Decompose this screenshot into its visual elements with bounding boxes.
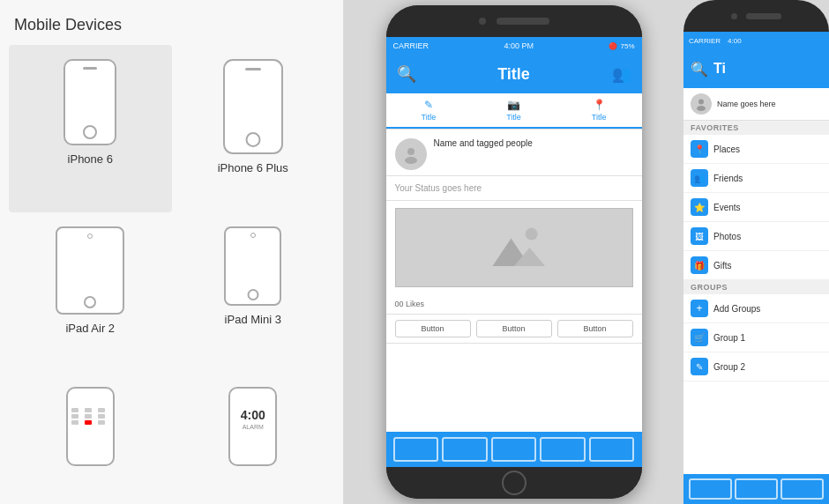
right-header-title: Ti: [713, 61, 822, 77]
device-phone-small1[interactable]: [9, 373, 172, 504]
avatar-svg: [401, 145, 421, 164]
ipadair2-shape: [56, 226, 124, 315]
time-text: 4:00 PM: [504, 41, 534, 50]
phone-top-bezel: [386, 5, 642, 37]
phone-speaker: [497, 18, 549, 25]
app-header: 🔍 Title 👥: [386, 55, 642, 93]
action-buttons-row: Button Button Button: [386, 315, 642, 344]
phone-screen: CARRIER 4:00 PM 🔴 75% 🔍 Title 👥 ✎ Title: [386, 37, 642, 467]
events-icon: ⭐: [691, 198, 708, 216]
tab-edit-icon: ✎: [424, 99, 433, 111]
right-screen: CARRIER 4:00 🔍 Ti Name goes here FAVORIT…: [683, 32, 829, 504]
panel-title: Mobile Devices: [0, 0, 343, 45]
post-area: Name and tagged people: [386, 130, 642, 176]
action-btn-0[interactable]: Button: [395, 320, 471, 337]
photos-label: Photos: [713, 232, 741, 241]
right-bottom-icon-1[interactable]: [735, 478, 778, 500]
right-user-name: Name goes here: [717, 100, 776, 108]
bluetooth-icon: 🔴: [609, 42, 617, 50]
device-label-ipadair2: iPad Air 2: [65, 322, 115, 335]
bottom-icon-4[interactable]: [589, 437, 635, 462]
status-bar: CARRIER 4:00 PM 🔴 75%: [386, 37, 642, 55]
tab-1-label: Title: [506, 113, 521, 122]
ipadmini3-shape: [224, 226, 281, 306]
device-label-iphone6: iPhone 6: [68, 152, 113, 166]
bottom-icon-2[interactable]: [491, 437, 537, 462]
menu-places[interactable]: 📍 Places: [683, 135, 829, 164]
phone-small1-shape: [66, 387, 115, 466]
bottom-icon-3[interactable]: [540, 437, 586, 462]
right-bottom-icon-2[interactable]: [780, 478, 824, 500]
right-bottom-icon-0[interactable]: [689, 478, 732, 500]
middle-area: CARRIER 4:00 PM 🔴 75% 🔍 Title 👥 ✎ Title: [344, 0, 683, 504]
right-carrier-text: CARRIER: [689, 37, 721, 45]
likes-text: 00 Likes: [395, 300, 425, 308]
center-phone-device: CARRIER 4:00 PM 🔴 75% 🔍 Title 👥 ✎ Title: [386, 5, 642, 499]
action-btn-2[interactable]: Button: [557, 320, 633, 337]
device-ipadmini3[interactable]: iPad Mini 3: [172, 212, 335, 373]
status-field[interactable]: Your Status goes here: [386, 176, 642, 201]
iphone6-shape: [63, 59, 116, 145]
gifts-icon: 🎁: [691, 256, 708, 274]
right-camera-dot: [731, 13, 737, 19]
menu-events[interactable]: ⭐ Events: [683, 193, 829, 222]
bottom-icon-0[interactable]: [393, 437, 439, 462]
right-status-bar: CARRIER 4:00: [683, 32, 829, 49]
menu-friends[interactable]: 👥 Friends: [683, 164, 829, 193]
image-placeholder: [395, 208, 633, 287]
friends-label: Friends: [713, 174, 743, 183]
device-label-ipadmini3: iPad Mini 3: [225, 313, 281, 326]
phone-bottom-bezel: [386, 467, 642, 499]
menu-gifts[interactable]: 🎁 Gifts: [683, 251, 829, 280]
menu-add-groups[interactable]: + Add Groups: [683, 294, 829, 323]
mountain-svg: [483, 221, 545, 274]
phone-small2-shape: 4:00 ALARM: [228, 387, 277, 466]
svg-point-1: [405, 157, 417, 164]
bottom-icon-1[interactable]: [442, 437, 488, 462]
home-button[interactable]: [502, 471, 527, 495]
tab-1[interactable]: 📷 Title: [471, 93, 556, 129]
tab-0-label: Title: [422, 113, 437, 122]
device-label-iphone6plus: iPhone 6 Plus: [218, 161, 288, 174]
right-time-text: 4:00: [728, 37, 742, 45]
devices-grid: iPhone 6 iPhone 6 Plus iPad Air 2 iPad M…: [0, 45, 343, 504]
phone-front-camera: [479, 18, 486, 25]
add-groups-icon: +: [691, 300, 708, 317]
action-btn-1[interactable]: Button: [476, 320, 552, 337]
device-ipadair2[interactable]: iPad Air 2: [9, 212, 172, 373]
menu-group2[interactable]: ✎ Group 2: [683, 352, 829, 382]
group2-label: Group 2: [713, 362, 745, 372]
gifts-label: Gifts: [713, 261, 732, 271]
right-phone-top-bezel: [683, 0, 829, 32]
right-search-icon[interactable]: 🔍: [691, 61, 708, 78]
header-user-icon[interactable]: 👥: [612, 64, 631, 84]
right-header: 🔍 Ti: [683, 49, 829, 88]
tab-camera-icon: 📷: [507, 99, 520, 111]
favorites-header: FAVORITES: [683, 121, 829, 135]
group2-icon: ✎: [691, 358, 708, 375]
menu-photos[interactable]: 🖼 Photos: [683, 222, 829, 251]
tab-0[interactable]: ✎ Title: [386, 93, 472, 129]
header-search-icon[interactable]: 🔍: [397, 64, 416, 84]
status-icons: 🔴 75%: [609, 42, 634, 50]
bottom-tab-bar: [386, 432, 642, 467]
svg-point-5: [525, 228, 537, 241]
post-avatar: [395, 138, 427, 170]
device-phone-small2[interactable]: 4:00 ALARM: [172, 373, 335, 504]
tab-2[interactable]: 📍 Title: [556, 93, 642, 129]
post-name: Name and tagged people: [434, 138, 533, 148]
device-iphone6plus[interactable]: iPhone 6 Plus: [172, 45, 335, 212]
battery-text: 75%: [620, 42, 634, 50]
add-groups-label: Add Groups: [713, 304, 760, 314]
device-iphone6[interactable]: iPhone 6: [9, 45, 172, 212]
carrier-text: CARRIER: [393, 41, 429, 50]
tab-bar: ✎ Title 📷 Title 📍 Title: [386, 93, 642, 130]
left-panel: Mobile Devices iPhone 6 iPhone 6 Plus iP…: [0, 0, 344, 504]
header-title: Title: [497, 65, 530, 84]
friends-icon: 👥: [691, 169, 708, 187]
right-speaker-bar: [746, 13, 781, 19]
svg-point-0: [407, 148, 414, 155]
events-label: Events: [713, 203, 741, 212]
photos-icon: 🖼: [691, 227, 708, 245]
menu-group1[interactable]: 🛒 Group 1: [683, 323, 829, 352]
